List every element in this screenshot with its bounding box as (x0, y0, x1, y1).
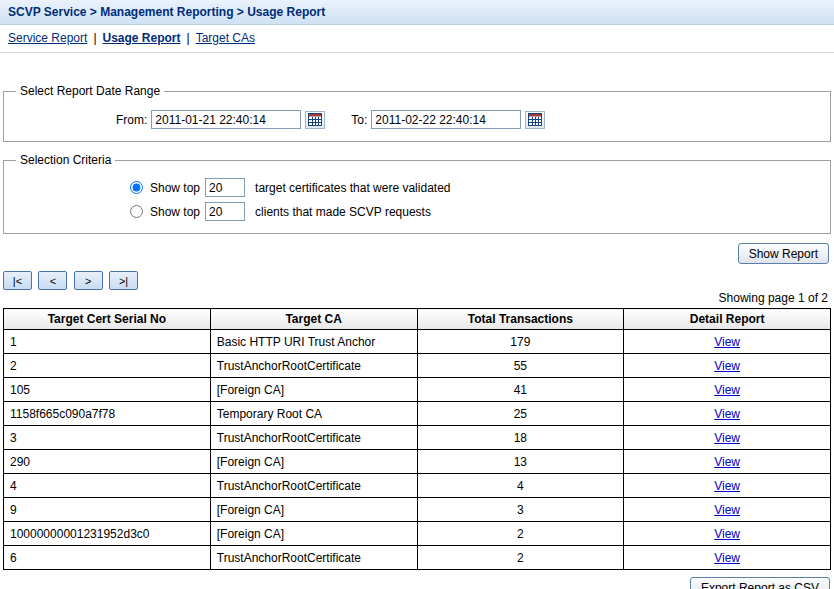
cell-transactions: 18 (417, 426, 624, 450)
cell-target-ca: Temporary Root CA (210, 402, 417, 426)
export-csv-button[interactable]: Export Report as CSV (690, 577, 830, 589)
table-row: 9 [Foreign CA] 3 View (4, 498, 831, 522)
nav-tabs: Service Report|Usage Report|Target CAs (0, 25, 834, 53)
table-row: 4 TrustAnchorRootCertificate 4 View (4, 474, 831, 498)
calendar-icon (308, 113, 322, 126)
cell-serial: 10000000001231952d3c0 (4, 522, 211, 546)
to-calendar-button[interactable] (525, 111, 545, 129)
view-link[interactable]: View (714, 431, 740, 445)
date-range-legend: Select Report Date Range (16, 84, 164, 98)
pager-last-button[interactable]: >| (109, 271, 138, 290)
cell-serial: 1 (4, 330, 211, 354)
table-row: 290 [Foreign CA] 13 View (4, 450, 831, 474)
from-calendar-button[interactable] (305, 111, 325, 129)
nav-usage-report[interactable]: Usage Report (103, 31, 181, 45)
selection-criteria-legend: Selection Criteria (16, 153, 115, 167)
pager-next-button[interactable]: > (74, 271, 103, 290)
cell-transactions: 25 (417, 402, 624, 426)
cell-serial: 6 (4, 546, 211, 570)
cell-target-ca: [Foreign CA] (210, 450, 417, 474)
nav-separator: | (187, 31, 190, 45)
cell-serial: 4 (4, 474, 211, 498)
table-row: 2 TrustAnchorRootCertificate 55 View (4, 354, 831, 378)
cell-transactions: 4 (417, 474, 624, 498)
radio-top-clients[interactable] (130, 205, 143, 218)
pagination: |< < > >| (3, 271, 834, 290)
nav-separator: | (93, 31, 96, 45)
cell-target-ca: TrustAnchorRootCertificate (210, 546, 417, 570)
nav-service-report[interactable]: Service Report (8, 31, 87, 45)
table-row: 1158f665c090a7f78 Temporary Root CA 25 V… (4, 402, 831, 426)
view-link[interactable]: View (714, 527, 740, 541)
cell-target-ca: [Foreign CA] (210, 522, 417, 546)
pager-prev-button[interactable]: < (38, 271, 67, 290)
cell-serial: 3 (4, 426, 211, 450)
cell-target-ca: [Foreign CA] (210, 498, 417, 522)
table-row: 10000000001231952d3c0 [Foreign CA] 2 Vie… (4, 522, 831, 546)
col-header-total-transactions: Total Transactions (417, 309, 624, 330)
cell-serial: 9 (4, 498, 211, 522)
option-prefix: Show top (150, 205, 200, 219)
cell-serial: 105 (4, 378, 211, 402)
cell-target-ca: TrustAnchorRootCertificate (210, 426, 417, 450)
table-row: 3 TrustAnchorRootCertificate 18 View (4, 426, 831, 450)
view-link[interactable]: View (714, 551, 740, 565)
view-link[interactable]: View (714, 479, 740, 493)
cell-serial: 1158f665c090a7f78 (4, 402, 211, 426)
from-label: From: (116, 113, 147, 127)
cell-target-ca: [Foreign CA] (210, 378, 417, 402)
cell-transactions: 3 (417, 498, 624, 522)
show-report-button[interactable]: Show Report (738, 243, 829, 264)
radio-top-certificates[interactable] (130, 181, 143, 194)
nav-target-cas[interactable]: Target CAs (196, 31, 255, 45)
cell-target-ca: Basic HTTP URI Trust Anchor (210, 330, 417, 354)
view-link[interactable]: View (714, 383, 740, 397)
col-header-detail-report: Detail Report (624, 309, 831, 330)
option-prefix: Show top (150, 181, 200, 195)
table-row: 1 Basic HTTP URI Trust Anchor 179 View (4, 330, 831, 354)
pager-first-button[interactable]: |< (3, 271, 32, 290)
view-link[interactable]: View (714, 407, 740, 421)
top-clients-count-input[interactable] (205, 202, 245, 221)
cell-serial: 2 (4, 354, 211, 378)
date-range-fieldset: Select Report Date Range From: To: (3, 84, 831, 142)
view-link[interactable]: View (714, 335, 740, 349)
cell-transactions: 13 (417, 450, 624, 474)
usage-report-table: Target Cert Serial No Target CA Total Tr… (3, 308, 831, 570)
table-row: 6 TrustAnchorRootCertificate 2 View (4, 546, 831, 570)
option-suffix: clients that made SCVP requests (255, 205, 431, 219)
view-link[interactable]: View (714, 503, 740, 517)
selection-criteria-fieldset: Selection Criteria Show top target certi… (3, 153, 831, 234)
cell-transactions: 41 (417, 378, 624, 402)
table-row: 105 [Foreign CA] 41 View (4, 378, 831, 402)
cell-transactions: 2 (417, 522, 624, 546)
view-link[interactable]: View (714, 359, 740, 373)
option-suffix: target certificates that were validated (255, 181, 450, 195)
page-status: Showing page 1 of 2 (0, 291, 828, 305)
to-date-input[interactable] (371, 110, 521, 129)
from-date-input[interactable] (151, 110, 301, 129)
cell-transactions: 2 (417, 546, 624, 570)
breadcrumb: SCVP Service > Management Reporting > Us… (0, 0, 834, 25)
cell-transactions: 55 (417, 354, 624, 378)
calendar-icon (528, 113, 542, 126)
to-label: To: (351, 113, 367, 127)
col-header-serial: Target Cert Serial No (4, 309, 211, 330)
cell-transactions: 179 (417, 330, 624, 354)
top-certificates-count-input[interactable] (205, 178, 245, 197)
view-link[interactable]: View (714, 455, 740, 469)
cell-target-ca: TrustAnchorRootCertificate (210, 474, 417, 498)
cell-target-ca: TrustAnchorRootCertificate (210, 354, 417, 378)
col-header-target-ca: Target CA (210, 309, 417, 330)
cell-serial: 290 (4, 450, 211, 474)
